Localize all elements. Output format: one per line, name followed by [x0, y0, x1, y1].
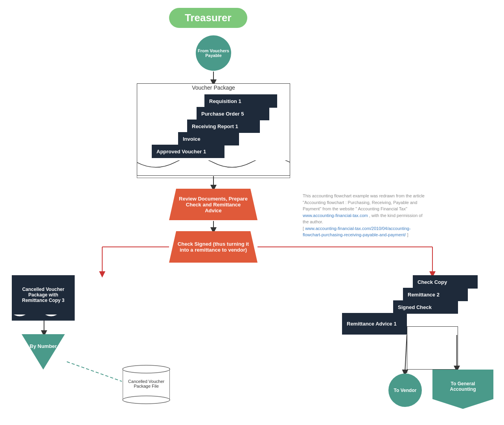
- review-docs-label: Review Documents, Prepare Check and Remi…: [177, 196, 250, 213]
- side-note: This accounting flowchart example was re…: [303, 193, 425, 238]
- website-link-2[interactable]: www.accounting-financial-tax.com/2010/04…: [303, 226, 411, 237]
- cylinder-top: [121, 365, 171, 373]
- website-link-1[interactable]: www.accounting-financial-tax.com: [303, 213, 368, 218]
- by-number-shape: By Number: [22, 334, 65, 370]
- svg-text:By Number: By Number: [29, 343, 57, 349]
- doc-signed-check: Signed Check: [393, 300, 458, 314]
- cylinder-bottom: [121, 396, 171, 404]
- doc-requisition: Requisition 1: [204, 94, 277, 108]
- doc-remittance-advice: Remittance Advice 1: [342, 313, 407, 335]
- from-vouchers-circle: From Vouchers Payable: [196, 35, 231, 71]
- to-general-accounting: To General Accounting: [432, 370, 493, 409]
- check-signed-label: Check Signed (thus turning it into a rem…: [177, 241, 250, 253]
- to-vendor-circle: To Vendor: [388, 373, 422, 407]
- doc-remittance2: Remittance 2: [403, 288, 468, 301]
- wavy-bottom-svg: [137, 160, 290, 178]
- doc-po: Purchase Order 5: [197, 107, 269, 120]
- check-signed-shape: Check Signed (thus turning it into a rem…: [169, 231, 258, 263]
- cancelled-voucher-pkg: Cancelled Voucher Package with Remittanc…: [12, 275, 75, 315]
- from-vouchers-label: From Vouchers Payable: [196, 48, 231, 58]
- doc-receiving: Receiving Report 1: [187, 120, 260, 133]
- svg-marker-12: [22, 334, 65, 370]
- right-docs-box: [407, 326, 458, 370]
- flowchart-container: Treasurer From Vouchers Payable Voucher …: [0, 0, 504, 425]
- review-docs-shape: Review Documents, Prepare Check and Remi…: [169, 189, 258, 220]
- svg-line-8: [67, 362, 122, 381]
- svg-point-15: [123, 396, 170, 404]
- treasurer-label: Treasurer: [185, 12, 232, 24]
- svg-point-14: [123, 365, 170, 373]
- voucher-package-label: Voucher Package: [137, 85, 290, 91]
- doc-approved: Approved Voucher 1: [152, 145, 224, 158]
- cancelled-pkg-wave: [12, 313, 75, 322]
- doc-invoice: Invoice: [178, 132, 239, 145]
- treasurer-title: Treasurer: [169, 8, 247, 28]
- doc-check-copy: Check Copy: [413, 275, 478, 289]
